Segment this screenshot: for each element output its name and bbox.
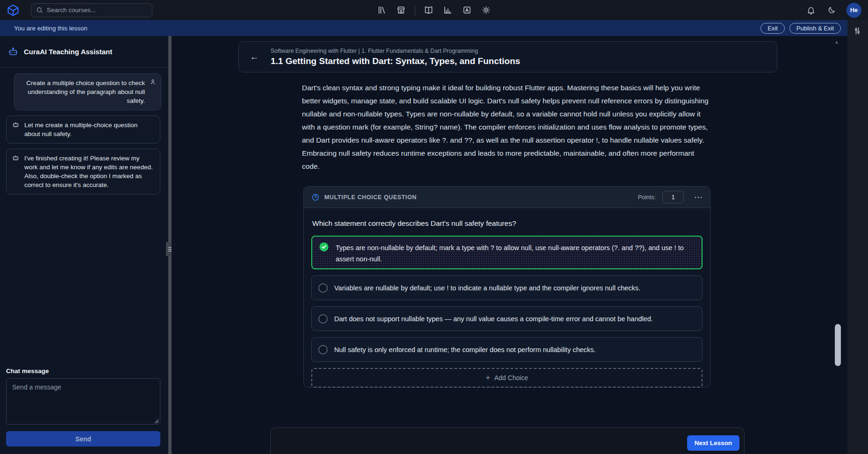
question-type-label: MULTIPLE CHOICE QUESTION bbox=[324, 194, 416, 201]
question-circle-icon bbox=[311, 193, 320, 202]
editing-banner-message: You are editing this lesson bbox=[14, 25, 87, 32]
left-stack: You are editing this lesson Exit Publish… bbox=[0, 20, 847, 454]
radio-circle-icon[interactable] bbox=[318, 283, 328, 293]
points-input[interactable] bbox=[662, 191, 684, 203]
robot-icon bbox=[12, 121, 20, 129]
library-icon[interactable] bbox=[376, 5, 387, 16]
radio-circle-icon[interactable] bbox=[318, 314, 328, 324]
question-card-body: Which statement correctly describes Dart… bbox=[304, 208, 710, 388]
choice-text: Dart does not support nullable types — a… bbox=[334, 315, 653, 323]
chat-message-text: I've finished creating it! Please review… bbox=[24, 155, 153, 188]
back-arrow-icon[interactable]: ← bbox=[247, 50, 261, 64]
user-avatar[interactable]: He bbox=[846, 3, 861, 18]
bar-chart-icon[interactable] bbox=[442, 5, 453, 16]
lower-area: You are editing this lesson Exit Publish… bbox=[0, 20, 868, 454]
dark-mode-moon-icon[interactable] bbox=[826, 5, 837, 16]
chat-message-assistant: I've finished creating it! Please review… bbox=[6, 149, 160, 195]
content-row: CuraAI Teaching Assistant Create a multi… bbox=[0, 36, 847, 454]
lesson-heading-block: Software Engineering with Flutter | 1. F… bbox=[271, 48, 520, 66]
top-navbar: He bbox=[0, 0, 868, 20]
nav-divider bbox=[415, 5, 415, 15]
multiple-choice-question-card: MULTIPLE CHOICE QUESTION Points: ⋯ Which… bbox=[303, 186, 710, 388]
person-icon bbox=[150, 79, 156, 85]
search-box[interactable] bbox=[31, 3, 152, 17]
choice-text: Null safety is only enforced at runtime;… bbox=[334, 346, 595, 353]
chat-message-list: Create a multiple choice question to che… bbox=[0, 68, 168, 368]
sidebar-title: CuraAI Teaching Assistant bbox=[24, 48, 112, 56]
right-rail bbox=[847, 20, 868, 454]
check-circle-icon[interactable] bbox=[319, 242, 329, 252]
ai-assistant-sidebar: CuraAI Teaching Assistant Create a multi… bbox=[0, 36, 168, 454]
app-root: He You are editing this lesson Exit Publ… bbox=[0, 0, 868, 454]
choice-text: Types are non-nullable by default; mark … bbox=[336, 242, 695, 265]
robot-icon bbox=[12, 154, 20, 162]
sliders-settings-icon[interactable] bbox=[853, 26, 863, 36]
search-icon bbox=[36, 7, 43, 14]
app-logo-cube-icon[interactable] bbox=[7, 4, 20, 17]
choice-option[interactable]: Null safety is only enforced at runtime;… bbox=[311, 337, 703, 362]
points-label: Points: bbox=[638, 194, 656, 201]
choice-option[interactable]: Variables are nullable by default; use !… bbox=[311, 275, 703, 300]
scrollbar-up-arrow[interactable]: ▲ bbox=[832, 40, 842, 44]
ellipsis-menu-icon[interactable]: ⋯ bbox=[694, 193, 703, 202]
next-lesson-button[interactable]: Next Lesson bbox=[687, 435, 739, 451]
plus-icon: + bbox=[486, 374, 490, 382]
store-icon[interactable] bbox=[395, 5, 407, 16]
chat-message-label: Chat message bbox=[6, 368, 160, 375]
chat-input-wrap bbox=[6, 378, 160, 426]
gear-icon[interactable] bbox=[481, 5, 492, 16]
scrollbar-thumb[interactable] bbox=[835, 324, 841, 366]
nav-right: He bbox=[805, 3, 861, 18]
sidebar-header: CuraAI Teaching Assistant bbox=[0, 36, 168, 68]
chat-message-text: Create a multiple choice question to che… bbox=[26, 79, 145, 104]
lesson-footer-card: Next Lesson bbox=[270, 427, 745, 454]
banner-actions: Exit Publish & Exit bbox=[760, 23, 841, 34]
reader-a-icon[interactable] bbox=[461, 5, 473, 16]
send-button[interactable]: Send bbox=[6, 431, 160, 447]
nav-icon-group bbox=[376, 5, 492, 16]
lesson-paragraph: Dart's clean syntax and strong typing ma… bbox=[302, 81, 712, 173]
editing-banner: You are editing this lesson Exit Publish… bbox=[0, 20, 847, 36]
page-title: 1.1 Getting Started with Dart: Syntax, T… bbox=[271, 56, 520, 66]
bell-icon[interactable] bbox=[805, 5, 817, 16]
question-card-header: MULTIPLE CHOICE QUESTION Points: ⋯ bbox=[304, 187, 710, 208]
book-open-icon[interactable] bbox=[423, 5, 434, 16]
radio-circle-icon[interactable] bbox=[318, 345, 328, 354]
choice-option[interactable]: Dart does not support nullable types — a… bbox=[311, 306, 703, 331]
choice-option-correct[interactable]: Types are non-nullable by default; mark … bbox=[311, 236, 703, 269]
panel-divider[interactable] bbox=[168, 36, 172, 454]
breadcrumb: Software Engineering with Flutter | 1. F… bbox=[271, 48, 520, 54]
lesson-main: ← Software Engineering with Flutter | 1.… bbox=[172, 36, 847, 454]
search-input[interactable] bbox=[47, 7, 147, 14]
exit-button[interactable]: Exit bbox=[760, 23, 785, 34]
chat-message-text: Let me create a multiple-choice question… bbox=[24, 122, 137, 137]
add-choice-button[interactable]: + Add Choice bbox=[311, 368, 703, 388]
question-prompt: Which statement correctly describes Dart… bbox=[312, 219, 703, 228]
chat-message-assistant: Let me create a multiple-choice question… bbox=[6, 115, 160, 144]
publish-exit-button[interactable]: Publish & Exit bbox=[789, 23, 841, 34]
choice-text: Variables are nullable by default; use !… bbox=[334, 284, 640, 292]
chat-message-user: Create a multiple choice question to che… bbox=[14, 73, 161, 110]
robot-icon bbox=[7, 46, 19, 58]
add-choice-label: Add Choice bbox=[494, 374, 528, 382]
chat-message-input[interactable] bbox=[6, 378, 160, 425]
lesson-header-card: ← Software Engineering with Flutter | 1.… bbox=[238, 41, 777, 72]
nav-left bbox=[7, 3, 152, 17]
chat-compose-area: Chat message Send bbox=[0, 368, 168, 454]
